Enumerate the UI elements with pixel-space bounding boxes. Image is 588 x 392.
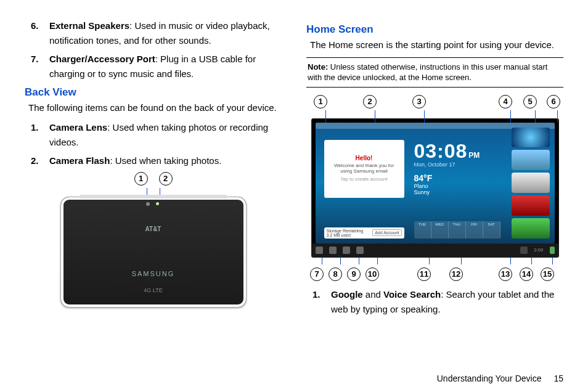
screenshot-icon	[356, 247, 364, 254]
home-screen-heading: Home Screen	[306, 23, 563, 36]
callout-circle: 9	[347, 267, 361, 281]
device-screen: Hello! Welcome and thank you for using S…	[316, 123, 555, 243]
callout-circle: 11	[417, 267, 431, 281]
list-item: 6. External Speakers: Used in music or v…	[31, 18, 282, 48]
home-screen-diagram: 1 2 3 4 5 6	[306, 94, 563, 281]
carrier-logo: AT&T	[145, 226, 161, 232]
back-view-heading: Back View	[25, 86, 282, 99]
list-item: 1. Camera Lens: Used when taking photos …	[31, 120, 282, 150]
back-view-diagram: 1 2 AT&T SAMSUNG 4G LTE	[25, 172, 282, 308]
camera-lens-icon	[146, 202, 150, 206]
note-label: Note:	[308, 62, 328, 71]
page-number: 15	[553, 374, 563, 383]
continued-feature-list: 6. External Speakers: Used in music or v…	[31, 18, 282, 81]
callout-circle: 13	[499, 267, 512, 281]
callout-circle: 5	[523, 95, 537, 108]
home-icon	[329, 247, 337, 254]
top-callout-row: 1 2 3 4 5 6	[306, 94, 563, 110]
email-icon	[512, 150, 550, 170]
calendar-widget: TUE WED THU FRI SAT	[414, 221, 500, 239]
bottom-callout-row: 7 8 9 10 11 12 13 14 15	[306, 265, 563, 281]
market-icon	[512, 218, 550, 239]
page-footer: Understanding Your Device 15	[25, 374, 563, 383]
lte-badge: 4G LTE	[144, 287, 162, 293]
storage-widget: Storage Remaining3.2 MB used Add Account	[324, 227, 404, 239]
list-item: 1. Google and Voice Search: Search your …	[312, 287, 563, 317]
app-dock	[512, 128, 550, 239]
callout-circle: 1	[314, 95, 327, 108]
callout-circle: 14	[520, 267, 533, 281]
list-item: 2. Camera Flash: Used when taking photos…	[31, 153, 282, 168]
callout-circle: 7	[310, 267, 324, 281]
list-item: 7. Charger/Accessory Port: Plug in a USB…	[31, 52, 282, 81]
back-icon	[316, 247, 323, 254]
samsung-logo: SAMSUNG	[132, 270, 175, 277]
callout-circle: 10	[365, 267, 379, 281]
navbar-clock: 3:08	[534, 247, 544, 253]
left-column: 6. External Speakers: Used in music or v…	[25, 18, 282, 370]
note-box: Note: Unless stated otherwise, instructi…	[306, 57, 563, 88]
notification-icon	[520, 247, 528, 254]
callout-circle: 3	[412, 95, 426, 108]
home-screen-intro: The Home screen is the starting point fo…	[310, 38, 563, 52]
callout-circle: 4	[499, 95, 512, 108]
callout-circle: 12	[449, 267, 463, 281]
clock-widget: 03:08PM Mon, October 17	[414, 140, 500, 168]
callout-circle: 2	[159, 172, 173, 186]
callout-circle: 1	[134, 172, 148, 186]
home-screen-list: 1. Google and Voice Search: Search your …	[312, 287, 563, 317]
footer-section: Understanding Your Device	[437, 374, 542, 383]
note-text: Unless stated otherwise, instructions in…	[308, 62, 547, 83]
back-view-list: 1. Camera Lens: Used when taking photos …	[31, 120, 282, 168]
callout-circle: 15	[541, 267, 554, 281]
camera-icon	[512, 173, 550, 193]
recents-icon	[343, 247, 350, 254]
email-widget: Hello! Welcome and thank you for using S…	[324, 140, 404, 198]
tablet-front-illustration: Hello! Welcome and thank you for using S…	[311, 118, 559, 258]
youtube-icon	[512, 195, 550, 216]
manual-page: 6. External Speakers: Used in music or v…	[0, 0, 588, 392]
callout-circle: 6	[547, 95, 560, 108]
weather-widget: 84°F Plano Sunny	[414, 173, 500, 195]
system-navbar: 3:08	[312, 243, 558, 257]
battery-icon	[550, 247, 555, 254]
tablet-back-illustration: AT&T SAMSUNG 4G LTE	[60, 197, 247, 308]
browser-icon	[512, 128, 550, 148]
camera-flash-icon	[156, 202, 159, 205]
callout-circle: 8	[329, 267, 342, 281]
right-column: Home Screen The Home screen is the start…	[306, 18, 563, 370]
two-column-layout: 6. External Speakers: Used in music or v…	[25, 18, 563, 370]
back-view-intro: The following items can be found on the …	[28, 101, 282, 115]
callout-circle: 2	[363, 95, 377, 108]
